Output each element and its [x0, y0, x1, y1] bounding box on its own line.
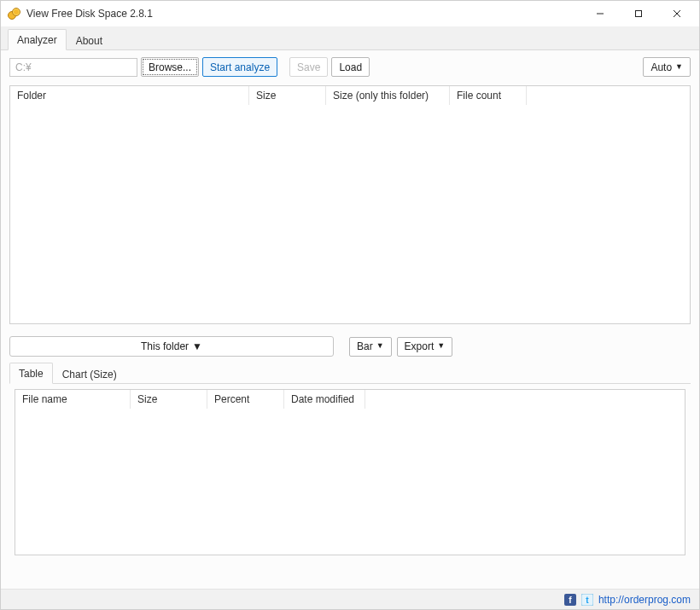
auto-dropdown[interactable]: Auto ▼ [643, 57, 691, 77]
col-date-modified[interactable]: Date modified [284, 390, 365, 409]
caret-down-icon: ▼ [675, 62, 683, 71]
caret-down-icon: ▼ [437, 341, 445, 350]
subtab-chart[interactable]: Chart (Size) [53, 363, 126, 384]
col-percent[interactable]: Percent [207, 390, 284, 409]
col-size[interactable]: Size [249, 86, 326, 105]
maximize-button[interactable] [619, 2, 657, 26]
folder-list-header: Folder Size Size (only this folder) File… [10, 86, 690, 105]
analyzer-panel: C:¥ Browse... Start analyze Save Load Au… [1, 50, 699, 589]
facebook-icon[interactable]: f [564, 594, 576, 606]
tab-analyzer[interactable]: Analyzer [8, 29, 67, 50]
twitter-icon[interactable]: t [581, 594, 593, 606]
close-button[interactable] [657, 2, 696, 26]
mid-controls: This folder ▼ Bar ▼ Export ▼ [9, 336, 691, 357]
window-title: View Free Disk Space 2.8.1 [26, 8, 153, 20]
app-window: View Free Disk Space 2.8.1 Analyzer Abou… [0, 0, 700, 610]
export-label: Export [405, 340, 435, 352]
this-folder-label: This folder [141, 340, 189, 352]
website-link[interactable]: http://orderprog.com [598, 594, 691, 606]
caret-down-icon: ▼ [376, 341, 384, 350]
browse-button[interactable]: Browse... [141, 57, 199, 77]
col-spacer [527, 86, 690, 105]
bar-label: Bar [357, 340, 373, 352]
load-button[interactable]: Load [331, 57, 370, 77]
col-spacer2 [365, 390, 685, 409]
bar-dropdown[interactable]: Bar ▼ [349, 337, 392, 357]
path-input[interactable]: C:¥ [9, 58, 137, 77]
minimize-button[interactable] [580, 2, 619, 26]
sub-tabs: Table Chart (Size) [9, 362, 691, 384]
subtab-table[interactable]: Table [9, 363, 53, 384]
save-button[interactable]: Save [289, 57, 328, 77]
file-list-header: File name Size Percent Date modified [15, 390, 685, 409]
col-file-count[interactable]: File count [450, 86, 527, 105]
tab-about[interactable]: About [67, 30, 112, 50]
app-icon [8, 7, 21, 20]
lower-wrap: File name Size Percent Date modified [9, 384, 691, 561]
auto-dropdown-label: Auto [650, 61, 672, 73]
caret-down-icon: ▼ [192, 340, 202, 352]
col-file-name[interactable]: File name [15, 390, 131, 409]
file-list[interactable]: File name Size Percent Date modified [15, 389, 685, 555]
footer: f t http://orderprog.com [1, 589, 699, 609]
content-area: Analyzer About C:¥ Browse... Start analy… [1, 26, 699, 609]
this-folder-dropdown[interactable]: This folder ▼ [9, 336, 334, 357]
svg-rect-3 [635, 11, 641, 17]
col-folder[interactable]: Folder [10, 86, 249, 105]
export-dropdown[interactable]: Export ▼ [397, 337, 453, 357]
col-file-size[interactable]: Size [131, 390, 207, 409]
col-size-only[interactable]: Size (only this folder) [326, 86, 450, 105]
main-tabs: Analyzer About [1, 26, 699, 50]
folder-list[interactable]: Folder Size Size (only this folder) File… [9, 85, 691, 324]
toolbar: C:¥ Browse... Start analyze Save Load Au… [9, 57, 691, 77]
titlebar: View Free Disk Space 2.8.1 [1, 1, 699, 26]
start-analyze-button[interactable]: Start analyze [202, 57, 277, 77]
